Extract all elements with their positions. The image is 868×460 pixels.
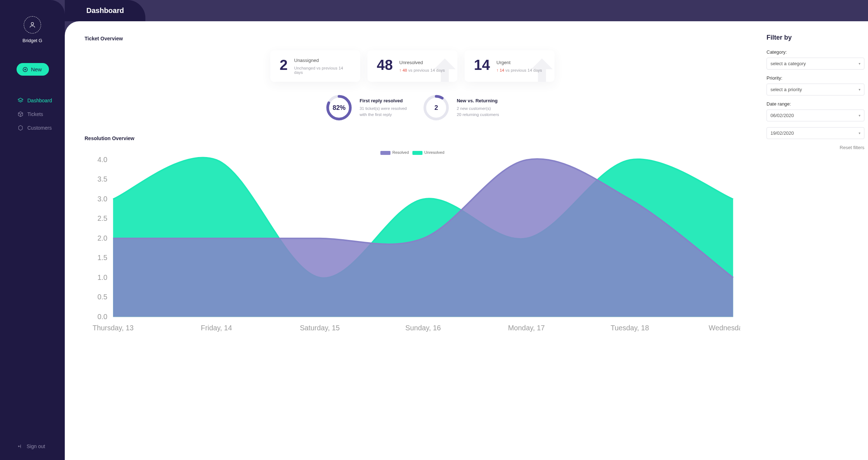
tab-dashboard[interactable]: Dashboard — [65, 0, 145, 21]
sidebar: Bridget G New Dashboard Tickets Customer… — [0, 0, 65, 460]
ring-value: 2 — [434, 104, 438, 112]
svg-text:3.0: 3.0 — [98, 195, 108, 202]
stat-sub: Unchanged vs previous 14 days — [294, 66, 351, 75]
ring-title: First reply resolved — [360, 98, 407, 103]
sidebar-item-tickets[interactable]: Tickets — [0, 107, 65, 121]
arrow-up-bg-icon — [526, 54, 555, 82]
filter-title: Filter by — [767, 34, 864, 41]
svg-text:0.5: 0.5 — [98, 293, 108, 301]
ring-first-reply: 82% First reply resolved 31 ticket(s) we… — [326, 94, 407, 121]
legend-label: Unresolved — [424, 150, 444, 155]
select-value: select a category — [770, 61, 806, 66]
reset-filters-link[interactable]: Reset filters — [767, 145, 864, 150]
stat-card-unassigned: 2 Unassigned Unchanged vs previous 14 da… — [270, 50, 360, 82]
filter-panel: Filter by Category: select a category ▾ … — [760, 21, 868, 460]
svg-text:2.0: 2.0 — [98, 234, 108, 242]
svg-text:1.5: 1.5 — [98, 254, 108, 262]
content: Ticket Overview 2 Unassigned Unchanged v… — [65, 21, 760, 460]
chevron-down-icon: ▾ — [859, 62, 860, 66]
ring-sub: 20 returning customers — [457, 112, 499, 117]
stat-value: 48 — [377, 58, 393, 75]
signout-label: Sign out — [27, 443, 45, 449]
priority-label: Priority: — [767, 75, 864, 81]
svg-text:Wednesday, 19: Wednesday, 19 — [709, 324, 740, 332]
category-select[interactable]: select a category ▾ — [767, 58, 864, 70]
svg-text:Thursday, 13: Thursday, 13 — [92, 324, 134, 332]
avatar[interactable] — [24, 16, 41, 34]
svg-text:4.0: 4.0 — [98, 156, 108, 164]
chevron-down-icon: ▾ — [859, 131, 860, 135]
profile: Bridget G — [0, 16, 65, 43]
resolution-title: Resolution Overview — [85, 135, 740, 141]
svg-text:2.5: 2.5 — [98, 214, 108, 222]
svg-text:Tuesday, 18: Tuesday, 18 — [611, 324, 649, 332]
new-button-label: New — [31, 66, 42, 72]
ring-title: New vs. Returning — [457, 98, 499, 103]
stat-delta: 48 — [402, 68, 407, 72]
chart-legend: Resolved Unresolved — [85, 150, 740, 155]
legend-item-unresolved: Unresolved — [412, 150, 444, 155]
svg-text:Monday, 17: Monday, 17 — [508, 324, 545, 332]
sidebar-item-customers[interactable]: Customers — [0, 121, 65, 135]
stat-card-unresolved: 48 Unresolved ↑ 48 vs previous 14 days — [367, 50, 457, 82]
date-to-input[interactable]: 19/02/2020 ▾ — [767, 127, 864, 139]
resolution-chart: 0.00.51.01.52.02.53.03.54.0Thursday, 13F… — [85, 156, 740, 335]
stat-delta: 14 — [499, 68, 504, 72]
date-from-input[interactable]: 06/02/2020 ▾ — [767, 110, 864, 121]
ring-sub: 2 new customer(s) — [457, 106, 499, 111]
svg-point-0 — [31, 22, 34, 25]
new-button[interactable]: New — [17, 63, 49, 76]
tab-label: Dashboard — [86, 6, 124, 14]
layers-icon — [17, 97, 24, 104]
arrow-up-bg-icon — [429, 54, 457, 82]
stat-value: 2 — [280, 58, 288, 75]
chevron-down-icon: ▾ — [859, 113, 860, 117]
legend-label: Resolved — [392, 150, 409, 155]
ring-sub: with the first reply — [360, 112, 407, 117]
sidebar-item-label: Customers — [27, 125, 52, 131]
nav: Dashboard Tickets Customers — [0, 94, 65, 135]
plus-circle-icon — [22, 67, 28, 72]
signout-button[interactable]: Sign out — [0, 443, 65, 449]
ring-new-returning: 2 New vs. Returning 2 new customer(s) 20… — [423, 94, 499, 121]
stat-value: 14 — [474, 58, 490, 75]
chevron-down-icon: ▾ — [859, 88, 860, 91]
svg-text:3.5: 3.5 — [98, 175, 108, 183]
priority-select[interactable]: select a priority ▾ — [767, 84, 864, 95]
profile-name: Bridget G — [23, 38, 42, 43]
date-value: 06/02/2020 — [770, 113, 794, 118]
user-icon — [29, 21, 36, 28]
legend-item-resolved: Resolved — [380, 150, 409, 155]
signout-icon — [17, 443, 23, 449]
ticket-overview-title: Ticket Overview — [85, 36, 740, 41]
stat-card-urgent: 14 Urgent ↑ 14 vs previous 14 days — [465, 50, 555, 82]
sidebar-item-dashboard[interactable]: Dashboard — [0, 94, 65, 107]
package-icon — [17, 111, 24, 117]
ring-sub: 31 ticket(s) were resolved — [360, 106, 407, 111]
date-value: 19/02/2020 — [770, 130, 794, 136]
sidebar-item-label: Dashboard — [27, 98, 52, 103]
select-value: select a priority — [770, 87, 802, 92]
svg-text:1.0: 1.0 — [98, 273, 108, 281]
svg-text:0.0: 0.0 — [98, 312, 108, 320]
svg-text:Friday, 14: Friday, 14 — [201, 324, 232, 332]
svg-text:Saturday, 15: Saturday, 15 — [300, 324, 340, 332]
ring-value: 82% — [333, 104, 345, 112]
svg-text:Sunday, 16: Sunday, 16 — [405, 324, 441, 332]
stat-change: Unchanged — [294, 66, 315, 70]
date-range-label: Date range: — [767, 101, 864, 107]
stat-label: Unassigned — [294, 58, 351, 63]
category-label: Category: — [767, 49, 864, 55]
tab-bar: Dashboard — [65, 0, 868, 21]
sidebar-item-label: Tickets — [27, 111, 43, 117]
stat-row: 2 Unassigned Unchanged vs previous 14 da… — [85, 50, 740, 82]
hexagon-icon — [17, 125, 24, 131]
ring-row: 82% First reply resolved 31 ticket(s) we… — [85, 94, 740, 121]
